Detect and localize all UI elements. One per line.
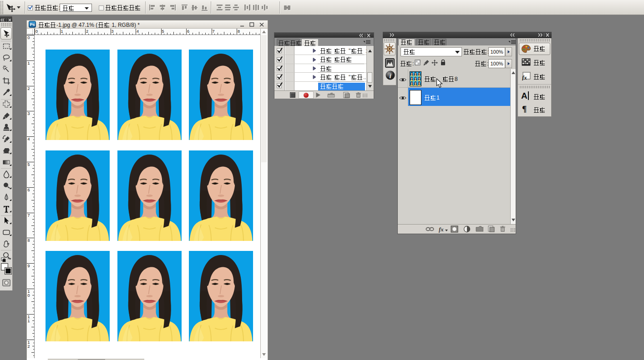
svg-text:fx: fx	[522, 74, 527, 80]
